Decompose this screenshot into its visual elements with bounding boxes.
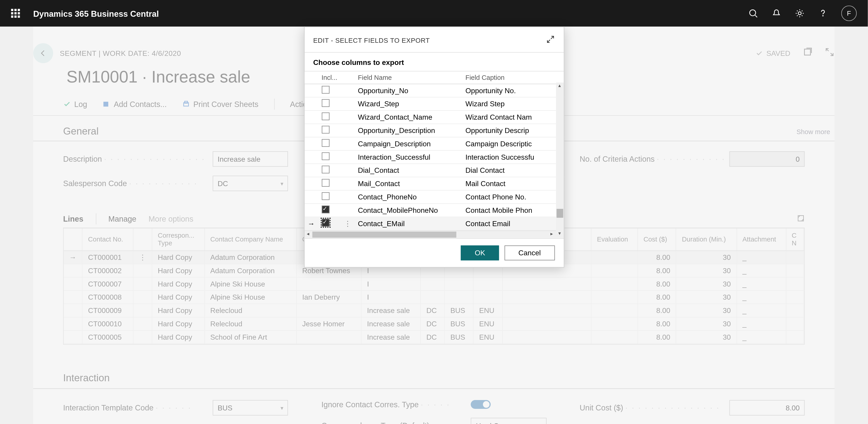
th-company[interactable]: Contact Company Name: [205, 228, 297, 250]
include-checkbox[interactable]: [321, 152, 329, 160]
criteria-value: 0: [729, 151, 805, 167]
description-input[interactable]: Increase sale: [213, 151, 288, 167]
svg-rect-5: [103, 102, 108, 107]
svg-point-3: [823, 16, 823, 16]
include-checkbox[interactable]: [321, 99, 329, 107]
salesperson-label: Salesperson Code: [63, 179, 127, 188]
user-avatar[interactable]: F: [841, 6, 857, 21]
modal-row[interactable]: Campaign_DescriptionCampaign Descriptic: [304, 137, 563, 150]
log-action[interactable]: Log: [63, 100, 87, 109]
salesperson-input[interactable]: DC▾: [213, 176, 288, 191]
modal-expand-icon[interactable]: [546, 35, 555, 46]
table-row[interactable]: CT000007Hard CopyAlpine Ski HouseI8.0030…: [64, 277, 804, 291]
corrtype-label: Correspondence Type (Default): [321, 421, 430, 424]
mth-incl[interactable]: Incl...: [318, 71, 341, 84]
th-contact-no[interactable]: Contact No.: [82, 228, 133, 250]
th-cost[interactable]: Cost ($): [638, 228, 676, 250]
saved-indicator: SAVED: [755, 49, 790, 57]
modal-row[interactable]: Wizard_Contact_NameWizard Contact Nam: [304, 111, 563, 124]
mth-fcaption[interactable]: Field Caption: [462, 71, 556, 84]
cancel-button[interactable]: Cancel: [504, 245, 555, 260]
ok-button[interactable]: OK: [461, 245, 499, 260]
modal-subtitle: Choose columns to export: [304, 53, 563, 71]
svg-rect-7: [185, 101, 188, 103]
template-label: Interaction Template Code: [63, 403, 153, 412]
th-correspon[interactable]: Correspon...Type: [152, 228, 204, 250]
back-button[interactable]: [33, 43, 53, 63]
ignore-label: Ignore Contact Corres. Type: [321, 400, 418, 409]
app-title: Dynamics 365 Business Central: [33, 8, 159, 18]
collapse-icon[interactable]: [825, 47, 835, 59]
include-checkbox[interactable]: [321, 166, 329, 174]
lines-expand-icon[interactable]: [797, 214, 805, 224]
add-contacts-action[interactable]: Add Contacts...: [103, 100, 167, 109]
modal-v-scrollbar[interactable]: ▴▾: [556, 83, 563, 238]
open-new-window-icon[interactable]: [802, 47, 812, 59]
criteria-label: No. of Criteria Actions: [580, 155, 655, 163]
app-launcher-icon[interactable]: [11, 9, 20, 18]
tab-lines[interactable]: Lines: [63, 214, 84, 223]
ignore-toggle[interactable]: [471, 400, 491, 409]
svg-rect-4: [804, 49, 810, 55]
help-icon[interactable]: [818, 8, 828, 18]
unitcost-label: Unit Cost ($): [580, 403, 623, 412]
include-checkbox[interactable]: [321, 219, 329, 226]
modal-row[interactable]: Contact_PhoneNoContact Phone No.: [304, 190, 563, 204]
search-icon[interactable]: [748, 8, 758, 18]
unitcost-input[interactable]: 8.00: [729, 400, 805, 416]
corrtype-input[interactable]: Hard Copy▾: [471, 418, 546, 424]
svg-line-1: [755, 16, 757, 18]
modal-row[interactable]: →⋮Contact_EMailContact Email: [304, 217, 563, 230]
modal-row[interactable]: Mail_ContactMail Contact: [304, 177, 563, 190]
modal-title: EDIT - SELECT FIELDS TO EXPORT: [313, 36, 430, 44]
print-cover-action[interactable]: Print Cover Sheets: [182, 100, 258, 109]
show-more-link[interactable]: Show more: [797, 128, 835, 135]
include-checkbox[interactable]: [321, 192, 329, 200]
modal-row[interactable]: Interaction_SuccessfulInteraction Succes…: [304, 150, 563, 164]
topbar: Dynamics 365 Business Central F: [0, 0, 868, 27]
th-attachment[interactable]: Attachment: [737, 228, 786, 250]
modal-row[interactable]: Dial_ContactDial Contact: [304, 164, 563, 177]
modal-row[interactable]: Wizard_StepWizard Step: [304, 97, 563, 111]
th-duration[interactable]: Duration (Min.): [676, 228, 737, 250]
modal-h-scrollbar[interactable]: ◂▸: [304, 231, 556, 238]
notifications-icon[interactable]: [772, 8, 781, 18]
include-checkbox[interactable]: [321, 179, 329, 187]
th-cn[interactable]: CN: [786, 228, 804, 250]
interaction-section-header: Interaction: [33, 345, 835, 389]
export-fields-modal: EDIT - SELECT FIELDS TO EXPORT Choose co…: [304, 27, 564, 268]
table-row[interactable]: CT000009Hard CopyRelecloudIncrease saleD…: [64, 304, 804, 317]
tab-more-options[interactable]: More options: [149, 214, 193, 223]
include-checkbox[interactable]: [321, 86, 329, 94]
modal-grid: Incl... Field Name Field Caption Opportu…: [304, 71, 563, 239]
mth-fname[interactable]: Field Name: [354, 71, 462, 84]
description-label: Description: [63, 155, 102, 163]
table-row[interactable]: CT000005Hard CopySchool of Fine ArtIncre…: [64, 330, 804, 344]
table-row[interactable]: CT000008Hard CopyAlpine Ski HouseIan Deb…: [64, 291, 804, 304]
table-row[interactable]: CT000010Hard CopyRelecloudJesse HomerInc…: [64, 317, 804, 331]
th-evaluation[interactable]: Evaluation: [591, 228, 638, 250]
modal-row[interactable]: Opportunity_DescriptionOpportunity Descr…: [304, 124, 563, 137]
modal-row[interactable]: Opportunity_NoOpportunity No.: [304, 84, 563, 97]
breadcrumb: SEGMENT | WORK DATE: 4/6/2020: [60, 49, 181, 57]
include-checkbox[interactable]: [321, 206, 329, 213]
template-input[interactable]: BUS▾: [213, 400, 288, 416]
include-checkbox[interactable]: [321, 126, 329, 133]
include-checkbox[interactable]: [321, 139, 329, 147]
include-checkbox[interactable]: [321, 112, 329, 120]
svg-point-2: [798, 12, 801, 15]
modal-row[interactable]: Contact_MobilePhoneNoContact Mobile Phon: [304, 204, 563, 217]
tab-manage[interactable]: Manage: [108, 214, 136, 223]
svg-point-0: [750, 10, 756, 16]
settings-icon[interactable]: [795, 8, 805, 18]
